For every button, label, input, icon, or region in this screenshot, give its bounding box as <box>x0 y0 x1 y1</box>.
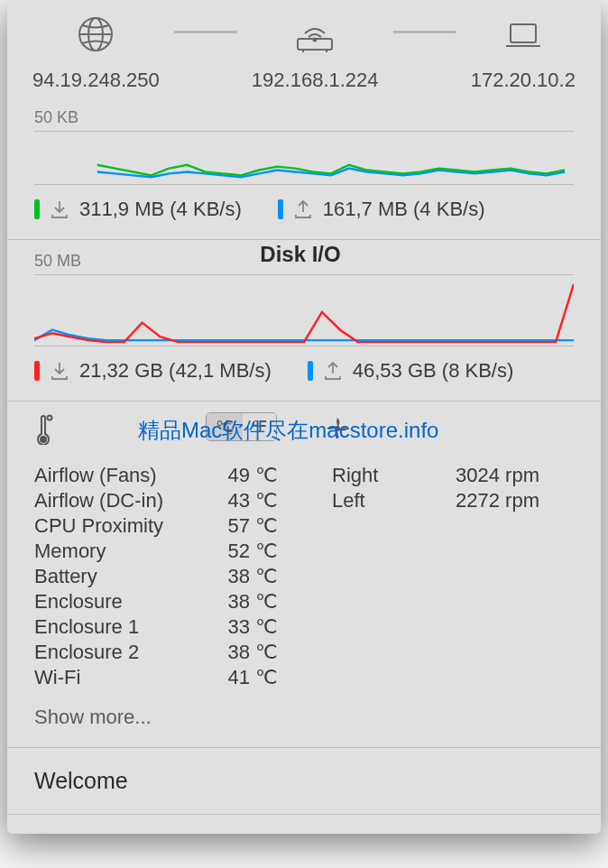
sensor-header: ℃ ℉ 精品Mac软件尽在macstore.info <box>34 414 574 448</box>
network-section: 94.19.248.250 192.168.1.224 <box>7 0 601 240</box>
disk-read-value: 21,32 GB (42,1 MB/s) <box>79 359 272 383</box>
quit-menu-item[interactable]: Quit iStatistica <box>7 815 601 834</box>
upload-icon <box>292 199 314 220</box>
temp-label: Airflow (DC-in) <box>34 488 215 512</box>
disk-read-stat: 21,32 GB (42,1 MB/s) <box>34 359 272 383</box>
fan-icon <box>323 414 352 447</box>
temp-label: Memory <box>34 539 215 563</box>
temp-value: 43 ℃ <box>215 488 278 512</box>
show-more-button[interactable]: Show more... <box>34 706 574 729</box>
network-chart <box>34 131 574 185</box>
temp-value: 41 ℃ <box>215 665 278 689</box>
temp-value: 38 ℃ <box>215 640 278 664</box>
upload-icon <box>322 360 344 382</box>
svg-point-9 <box>41 437 46 442</box>
router-ip-item: 192.168.1.224 <box>252 16 379 92</box>
fan-value: 2272 rpm <box>440 488 539 512</box>
celsius-option[interactable]: ℃ <box>207 413 243 440</box>
disk-section: 50 MB Disk I/O 21,32 G <box>7 240 601 402</box>
temp-label: Enclosure 2 <box>34 640 215 664</box>
temp-row: Battery38 ℃ <box>34 564 278 588</box>
fan-row: Left2272 rpm <box>332 488 539 512</box>
disk-title: Disk I/O <box>81 242 520 267</box>
fan-value: 3024 rpm <box>440 463 539 487</box>
temp-row: Airflow (DC-in)43 ℃ <box>34 488 278 512</box>
disk-chart-section: 50 MB Disk I/O 21,32 G <box>7 240 601 401</box>
thermometer-icon <box>34 414 54 448</box>
temp-value: 33 ℃ <box>215 614 278 639</box>
temp-row: Enclosure 133 ℃ <box>34 614 278 639</box>
temp-row: Memory52 ℃ <box>34 539 278 563</box>
temp-label: Airflow (Fans) <box>34 463 215 487</box>
unit-toggle[interactable]: ℃ ℉ <box>206 412 277 441</box>
temp-value: 57 ℃ <box>215 513 278 538</box>
globe-icon <box>77 16 115 52</box>
laptop-icon <box>502 16 545 52</box>
temp-value: 49 ℃ <box>215 463 278 487</box>
write-color-indicator <box>308 361 313 381</box>
fan-label: Left <box>332 488 440 512</box>
local-ip: 172.20.10.2 <box>471 69 576 92</box>
sensors-section: ℃ ℉ 精品Mac软件尽在macstore.info Airflow (Fans… <box>7 402 601 748</box>
fan-label: Right <box>332 463 440 487</box>
external-ip: 94.19.248.250 <box>32 69 160 92</box>
network-stats: 311,9 MB (4 KB/s) 161,7 MB (4 KB/s) <box>34 198 574 221</box>
network-path: 94.19.248.250 192.168.1.224 <box>7 0 601 101</box>
download-stat: 311,9 MB (4 KB/s) <box>34 198 242 221</box>
temp-row: Wi-Fi41 ℃ <box>34 665 278 689</box>
disk-chart <box>34 274 574 346</box>
temperature-column: Airflow (Fans)49 ℃Airflow (DC-in)43 ℃CPU… <box>34 463 278 689</box>
disk-chart-scale: 50 MB <box>34 252 81 271</box>
download-icon <box>49 360 70 382</box>
temp-label: Wi-Fi <box>34 665 215 689</box>
net-divider <box>174 31 237 33</box>
sensor-grid: Airflow (Fans)49 ℃Airflow (DC-in)43 ℃CPU… <box>34 463 574 689</box>
temp-value: 52 ℃ <box>215 539 278 563</box>
svg-rect-7 <box>511 24 536 42</box>
disk-write-value: 46,53 GB (8 KB/s) <box>353 359 514 383</box>
local-ip-item: 172.20.10.2 <box>471 16 576 92</box>
disk-write-stat: 46,53 GB (8 KB/s) <box>308 359 514 383</box>
read-color-indicator <box>34 361 40 381</box>
svg-point-6 <box>314 39 317 42</box>
upload-stat: 161,7 MB (4 KB/s) <box>278 198 485 221</box>
upload-value: 161,7 MB (4 KB/s) <box>323 198 485 221</box>
istatistica-panel: 94.19.248.250 192.168.1.224 <box>7 0 601 834</box>
fahrenheit-option[interactable]: ℉ <box>243 413 276 440</box>
temp-value: 38 ℃ <box>215 564 278 588</box>
temp-label: Enclosure 1 <box>34 614 215 639</box>
download-value: 311,9 MB (4 KB/s) <box>79 198 242 221</box>
download-color-indicator <box>34 199 40 219</box>
upload-color-indicator <box>278 199 283 219</box>
router-icon <box>292 16 337 52</box>
temp-row: CPU Proximity57 ℃ <box>34 513 278 538</box>
svg-point-11 <box>335 426 340 431</box>
fan-column: Right3024 rpmLeft2272 rpm <box>332 463 539 689</box>
download-icon <box>49 199 70 220</box>
temp-row: Enclosure 238 ℃ <box>34 640 278 664</box>
router-ip: 192.168.1.224 <box>252 69 379 92</box>
network-chart-scale: 50 KB <box>34 108 574 127</box>
temp-label: CPU Proximity <box>34 513 215 538</box>
temp-label: Battery <box>34 564 215 588</box>
welcome-menu-item[interactable]: Welcome <box>7 748 601 815</box>
external-ip-item: 94.19.248.250 <box>32 16 160 92</box>
net-divider <box>393 31 456 33</box>
temp-row: Enclosure38 ℃ <box>34 589 278 614</box>
fan-row: Right3024 rpm <box>332 463 539 487</box>
disk-stats: 21,32 GB (42,1 MB/s) 46,53 GB (8 KB/s) <box>34 359 574 383</box>
network-chart-section: 50 KB 311,9 MB (4 KB/s) <box>7 101 601 239</box>
temp-row: Airflow (Fans)49 ℃ <box>34 463 278 487</box>
watermark: 精品Mac软件尽在macstore.info <box>138 416 438 445</box>
temp-value: 38 ℃ <box>215 589 278 614</box>
svg-point-10 <box>48 416 52 420</box>
temp-label: Enclosure <box>34 589 215 614</box>
